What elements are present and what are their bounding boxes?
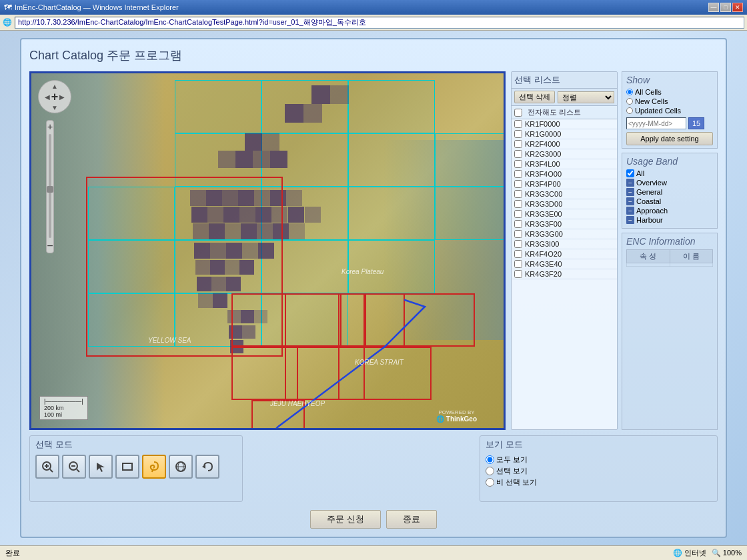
apply-date-button[interactable]: Apply date setting <box>626 132 713 145</box>
list-item-checkbox[interactable] <box>514 160 522 168</box>
list-item: KR1F0000 <box>512 119 617 129</box>
map-compass[interactable]: ▲ ◀ + ▶ ▼ <box>38 80 71 113</box>
list-item-checkbox[interactable] <box>514 220 522 228</box>
arrow-tool[interactable] <box>89 455 113 479</box>
usage-overview-toggle[interactable]: − <box>626 179 634 187</box>
list-item-checkbox[interactable] <box>514 230 522 238</box>
usage-coastal-toggle[interactable]: − <box>626 197 634 205</box>
address-label: 🌐 <box>3 18 12 27</box>
view-unselected-label: 비 선택 보기 <box>496 477 537 487</box>
enc-col2: 이 름 <box>670 250 713 263</box>
list-item-checkbox[interactable] <box>514 240 522 248</box>
new-cells-radio[interactable] <box>626 98 633 105</box>
zoom-track[interactable] <box>49 134 51 238</box>
list-item: KR3G3I00 <box>512 239 617 249</box>
new-cells-label: New Cells <box>635 97 668 105</box>
globe-tool[interactable] <box>169 455 193 479</box>
list-col-label: 전자해도 리스트 <box>528 107 581 117</box>
enc-cell <box>670 263 713 267</box>
new-cells-row: New Cells <box>626 97 713 105</box>
list-item-checkbox[interactable] <box>514 140 522 148</box>
minimize-button[interactable]: — <box>708 3 719 12</box>
list-section: 선택 리스트 선택 삭제 정렬 전자해도 리스트 KR1F0000 KR1 <box>511 71 618 430</box>
svg-rect-8 <box>123 463 132 470</box>
list-item: KR3G3C00 <box>512 189 617 199</box>
updated-cells-radio[interactable] <box>626 107 633 114</box>
list-item-checkbox[interactable] <box>514 210 522 218</box>
app-body: YELLOW SEA Korea Plateau KOREA STRAIT JE… <box>29 71 718 430</box>
list-item-label: KR4G3F20 <box>525 270 562 278</box>
powered-by: POWERED BY 🌐 ThinkGeo <box>436 409 477 423</box>
zoom-slider[interactable]: + − <box>46 120 54 253</box>
list-item-label: KR3G3E00 <box>525 210 562 218</box>
all-cells-label: All Cells <box>635 88 662 96</box>
list-item-checkbox[interactable] <box>514 180 522 188</box>
view-mode-title: 보기 모드 <box>486 439 712 451</box>
view-selected-radio[interactable] <box>486 467 494 475</box>
list-item-checkbox[interactable] <box>514 250 522 258</box>
usage-coastal: − Coastal <box>626 197 713 205</box>
all-cells-row: All Cells <box>626 88 713 96</box>
order-button[interactable]: 주문 신청 <box>310 510 381 529</box>
rectangle-tool[interactable] <box>115 455 139 479</box>
list-item: KR3G3D00 <box>512 199 617 209</box>
list-item-checkbox[interactable] <box>514 260 522 268</box>
usage-general-toggle[interactable]: − <box>626 188 634 196</box>
view-unselected-row: 비 선택 보기 <box>486 477 712 487</box>
order-buttons: 주문 신청 종료 <box>29 510 718 529</box>
close-button[interactable]: ✕ <box>732 3 743 12</box>
lasso-tool[interactable] <box>142 455 166 479</box>
date-number[interactable]: 15 <box>688 117 704 129</box>
upper-panels: 선택 리스트 선택 삭제 정렬 전자해도 리스트 KR1F0000 KR1 <box>511 71 718 430</box>
zoom-handle[interactable] <box>47 186 53 193</box>
list-item-label: KR2G3000 <box>525 150 561 158</box>
list-item-checkbox[interactable] <box>514 200 522 208</box>
usage-all-checkbox[interactable] <box>626 169 634 177</box>
list-panel-title: 선택 리스트 <box>514 74 560 86</box>
app-title: Chart Catalog 주문 프로그램 <box>29 47 718 63</box>
statusbar-right: 🌐 인터넷 🔍 100% <box>673 548 742 558</box>
usage-harbour-toggle[interactable]: − <box>626 216 634 224</box>
list-item-checkbox[interactable] <box>514 170 522 178</box>
list-item-checkbox[interactable] <box>514 120 522 128</box>
address-input[interactable] <box>15 17 744 29</box>
usage-overview-label: Overview <box>636 179 667 187</box>
view-all-label: 모두 보기 <box>496 455 528 465</box>
map-area[interactable]: YELLOW SEA Korea Plateau KOREA STRAIT JE… <box>29 71 506 430</box>
list-item: KR4G3F20 <box>512 269 617 279</box>
usage-all: All <box>626 169 713 177</box>
zoom-plus-btn[interactable]: + <box>47 122 53 131</box>
svg-line-3 <box>50 469 53 472</box>
date-input[interactable] <box>626 117 686 129</box>
zoom-out-tool[interactable] <box>62 455 86 479</box>
titlebar-buttons: — □ ✕ <box>708 3 743 12</box>
statusbar-left: 완료 <box>5 548 20 558</box>
close-app-button[interactable]: 종료 <box>386 510 437 529</box>
list-item: KR1G0000 <box>512 129 617 139</box>
all-cells-radio[interactable] <box>626 89 633 95</box>
sort-select[interactable]: 정렬 <box>558 91 614 103</box>
select-all-checkbox[interactable] <box>514 109 522 117</box>
usage-coastal-label: Coastal <box>636 197 661 205</box>
list-item-label: KR3F4O00 <box>525 170 562 178</box>
list-item-checkbox[interactable] <box>514 270 522 278</box>
list-controls: 선택 삭제 정렬 <box>512 89 617 106</box>
list-item-checkbox[interactable] <box>514 150 522 158</box>
delete-btn[interactable]: 선택 삭제 <box>514 91 555 103</box>
svg-marker-7 <box>97 463 105 472</box>
enc-col1: 속 성 <box>627 250 670 263</box>
view-selected-row: 선택 보기 <box>486 466 712 476</box>
list-item-checkbox[interactable] <box>514 130 522 138</box>
list-item-checkbox[interactable] <box>514 190 522 198</box>
view-all-radio[interactable] <box>486 455 494 464</box>
list-item-label: KR3G3F00 <box>525 220 562 228</box>
view-unselected-radio[interactable] <box>486 478 494 487</box>
usage-general: − General <box>626 188 713 196</box>
list-item: KR3G3G00 <box>512 229 617 239</box>
internet-zone: 🌐 인터넷 <box>673 548 706 558</box>
undo-tool[interactable] <box>195 455 219 479</box>
restore-button[interactable]: □ <box>720 3 731 12</box>
zoom-minus-btn[interactable]: − <box>47 241 53 251</box>
usage-approach-toggle[interactable]: − <box>626 207 634 215</box>
zoom-in-tool[interactable] <box>35 455 59 479</box>
